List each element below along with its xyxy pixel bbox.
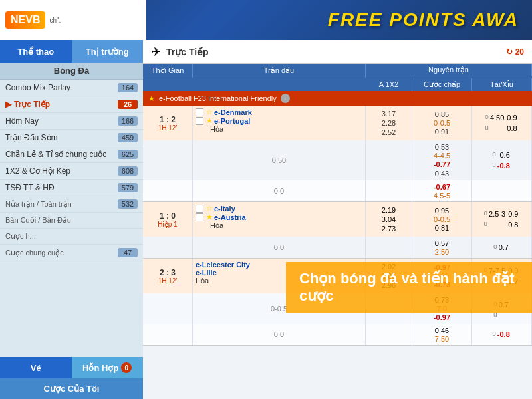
ou-extra-val2[interactable]: -0.8 bbox=[496, 161, 511, 170]
m3-sub2-ou: o -0.8 bbox=[472, 324, 532, 345]
empty-teams2: 0.0 bbox=[193, 180, 366, 201]
ticket-tab-ve[interactable]: Vé bbox=[0, 357, 72, 378]
m3-sub-val[interactable]: 0-0.5 bbox=[271, 305, 287, 313]
sidebar-item-tsd[interactable]: TSĐ TT & HĐ 579 bbox=[0, 180, 143, 196]
m2-ex-ou-val[interactable]: 0.7 bbox=[497, 243, 510, 252]
ou-values: o 4.50 0.9 u 0.8 bbox=[481, 111, 522, 135]
m2-extra-ou: o 0.7 bbox=[472, 237, 532, 258]
m3-sub2-chap: 0.46 7.50 bbox=[412, 324, 472, 345]
sidebar-item-tran-dau-som[interactable]: Trận Đấu Sớm 459 bbox=[0, 130, 143, 146]
m2-extra-a1x2 bbox=[366, 237, 412, 258]
handicap-extra-val: 4-4.5 bbox=[434, 152, 450, 160]
logo: NEVB bbox=[5, 11, 45, 29]
chap-extra-1[interactable]: 0.53 bbox=[434, 142, 450, 152]
sidebar-item-chan-le[interactable]: Chẵn Lẻ & Tỉ số chung cuộc 625 bbox=[0, 146, 143, 163]
empty-teams: 0.50 bbox=[193, 140, 366, 180]
my-bet-button[interactable]: Cược Của Tôi bbox=[0, 378, 143, 399]
ou-extra2 bbox=[472, 180, 532, 201]
sidebar-item-1x2[interactable]: 1X2 & Cơ Hội Kép 608 bbox=[0, 163, 143, 180]
content-scroll[interactable]: ★ e-Football F23 International Friendly … bbox=[143, 91, 532, 399]
sub-line2[interactable]: 0.0 bbox=[274, 187, 284, 195]
sidebar-item-ban-cuoi[interactable]: Bàn Cuối / Bàn Đầu bbox=[0, 213, 143, 229]
m2-ex-line: 2.50 bbox=[435, 248, 449, 256]
m2-team1-checkbox[interactable] bbox=[196, 205, 203, 213]
odd-2[interactable]: 2.28 bbox=[380, 118, 397, 128]
m2-tai-xiu: o 2.5-3 0.9 u 0.8 bbox=[472, 202, 532, 237]
sidebar-item-truc-tiep[interactable]: ▶Trực Tiếp 26 bbox=[0, 96, 143, 113]
team2-name[interactable]: e-Portugal bbox=[214, 117, 250, 125]
sidebar-item-label: TSĐ TT & HĐ bbox=[5, 183, 55, 192]
m2-odd-2[interactable]: 3.04 bbox=[380, 215, 397, 224]
empty-time2 bbox=[143, 180, 193, 201]
m3-sub2-ou-r1: o -0.8 bbox=[489, 329, 514, 340]
sub-odds-val[interactable]: 0.50 bbox=[272, 156, 286, 164]
m2-handicap-val: 0-0.5 bbox=[434, 215, 450, 223]
chap-extra-3[interactable]: 0.43 bbox=[434, 169, 450, 178]
odd-1[interactable]: 3.17 bbox=[380, 109, 397, 118]
m2-sub-val[interactable]: 0.0 bbox=[274, 243, 284, 251]
ou-row-2: u 0.8 bbox=[482, 123, 521, 134]
plane-icon: ✈ bbox=[151, 45, 161, 59]
chap-odd-1[interactable]: 0.85 bbox=[434, 110, 450, 119]
tab-the-thao[interactable]: Thể thao bbox=[0, 40, 72, 63]
m2-ou-val1[interactable]: 0.9 bbox=[507, 209, 519, 219]
m2-extra-time bbox=[143, 237, 193, 258]
sidebar-badge: 47 bbox=[118, 248, 138, 257]
m2-ex-chap1[interactable]: 0.57 bbox=[434, 239, 450, 248]
m2-chap-2[interactable]: 0.81 bbox=[434, 223, 450, 233]
chap-extra-2[interactable]: -0.77 bbox=[432, 160, 452, 169]
odd-3[interactable]: 2.52 bbox=[380, 128, 397, 137]
m2-ou-val2[interactable]: 0.8 bbox=[507, 220, 519, 229]
ou-val-u[interactable]: 0.8 bbox=[505, 124, 518, 133]
m3-sub2-val[interactable]: 0.0 bbox=[274, 331, 284, 338]
ou-extra: o 0.6 u -0.8 bbox=[472, 140, 532, 180]
m3-sub-chap2[interactable]: -0.97 bbox=[432, 313, 452, 322]
ou-val-o[interactable]: 0.9 bbox=[505, 113, 518, 122]
m2-ou-vals: o 2.5-3 0.9 u 0.8 bbox=[480, 207, 524, 231]
sidebar-item-combo[interactable]: Combo Mix Parlay 164 bbox=[0, 80, 143, 96]
m2-team1-name[interactable]: e-Italy bbox=[214, 205, 235, 213]
score-2: 1 : 0 bbox=[160, 211, 176, 221]
m3-sub2-line: 7.50 bbox=[435, 335, 449, 343]
team1-checkbox[interactable] bbox=[196, 108, 203, 116]
m3-sub2-chap1[interactable]: 0.46 bbox=[434, 326, 450, 335]
m2-chap-1[interactable]: 0.95 bbox=[434, 206, 450, 215]
m3-sub2-teams: 0.0 bbox=[193, 324, 366, 345]
sidebar-badge: 164 bbox=[118, 83, 138, 92]
team1-name[interactable]: e-Denmark bbox=[214, 108, 252, 116]
tab-thi-truong[interactable]: Thị trường bbox=[72, 40, 144, 63]
m2-odd-3[interactable]: 2.73 bbox=[380, 224, 397, 233]
handicap-extra2: -0.67 4.5-5 bbox=[432, 182, 452, 200]
m2-ou-u: u bbox=[484, 220, 488, 229]
sidebar-item-nua-tran[interactable]: Nửa trận / Toàn trận 532 bbox=[0, 196, 143, 213]
empty-time bbox=[143, 140, 193, 180]
chap-odd-2[interactable]: 0.91 bbox=[434, 127, 450, 136]
handicap-extra: 0.53 4-4.5 -0.77 0.43 bbox=[432, 142, 452, 178]
team2-checkbox[interactable] bbox=[196, 117, 203, 125]
handicap: 0.85 0-0.5 0.91 bbox=[434, 110, 450, 136]
m2-team1-star: ☆ bbox=[206, 204, 213, 213]
m3-team1-row: e-Leicester City bbox=[196, 261, 250, 269]
m3-team2[interactable]: e-Lille bbox=[196, 269, 217, 277]
sidebar-item-cuoc-h[interactable]: Cược h... bbox=[0, 229, 143, 245]
sidebar-item-label: Nửa trận / Toàn trận bbox=[5, 200, 72, 209]
ticket-tab-hon-hop[interactable]: Hỗn Hợp 0 bbox=[72, 357, 144, 378]
truc-tiep-label: Trực Tiếp bbox=[166, 47, 209, 57]
ou-extra-val1[interactable]: 0.6 bbox=[498, 150, 511, 160]
chap-ex2-1[interactable]: -0.67 bbox=[432, 182, 452, 192]
info-icon[interactable]: i bbox=[281, 94, 290, 103]
m3-sub2-ou-val1[interactable]: -0.8 bbox=[496, 330, 511, 339]
sidebar-item-cuoc-chung-cuoc[interactable]: Cược chung cuộc 47 bbox=[0, 245, 143, 261]
sidebar-item-label: Chẵn Lẻ & Tỉ số chung cuộc bbox=[5, 150, 106, 159]
m2-odds-a1x2: 2.19 3.04 2.73 bbox=[366, 202, 412, 237]
sidebar: Thể thao Thị trường Bóng Đá Combo Mix Pa… bbox=[0, 40, 143, 399]
sidebar-item-hom-nay[interactable]: Hôm Nay 166 bbox=[0, 113, 143, 130]
m2-team2-name[interactable]: e-Austria bbox=[214, 213, 246, 221]
m2-extra-ou-vals: o 0.7 bbox=[489, 241, 514, 254]
m2-team2-checkbox[interactable] bbox=[196, 213, 203, 221]
m2-odd-1[interactable]: 2.19 bbox=[380, 205, 397, 215]
refresh-area[interactable]: ↻ 20 bbox=[506, 47, 524, 57]
star-icon: ★ bbox=[148, 94, 155, 103]
m3-team1[interactable]: e-Leicester City bbox=[196, 261, 250, 269]
m3-team2-row: e-Lille bbox=[196, 269, 217, 277]
